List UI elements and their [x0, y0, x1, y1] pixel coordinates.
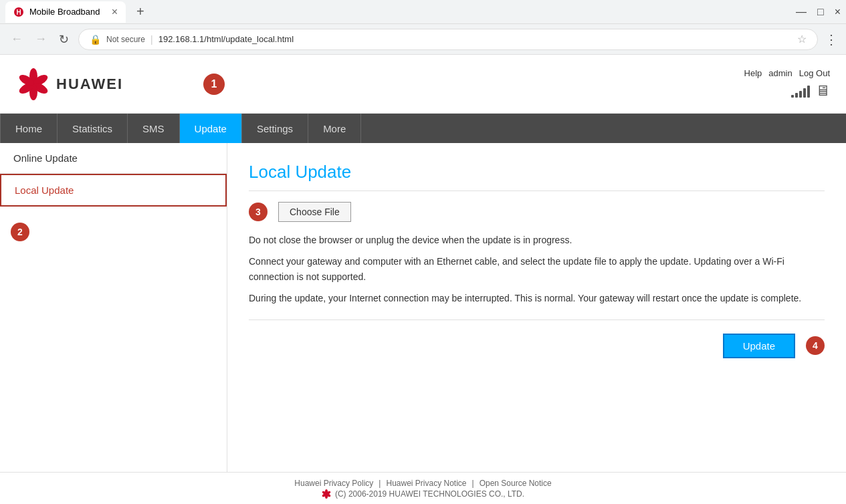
- browser-tab[interactable]: H Mobile Broadband ×: [5, 1, 126, 23]
- footer-sep-2: |: [472, 479, 474, 488]
- security-icon: 🔒: [90, 34, 101, 45]
- nav-item-settings[interactable]: Settings: [242, 114, 308, 143]
- huawei-logo: HUAWEI: [16, 67, 123, 102]
- url-text[interactable]: 192.168.1.1/html/update_local.html: [158, 34, 792, 44]
- update-row: Update 4: [249, 334, 825, 358]
- nav-item-statistics[interactable]: Statistics: [58, 114, 128, 143]
- browser-menu-button[interactable]: ⋮: [825, 31, 838, 47]
- new-tab-button[interactable]: +: [131, 4, 150, 19]
- update-button[interactable]: Update: [723, 334, 795, 358]
- sidebar-item-local-update[interactable]: Local Update: [0, 174, 227, 207]
- info-text-3: During the update, your Internet connect…: [249, 291, 825, 305]
- address-bar: ← → ↻ 🔒 Not secure | 192.168.1.1/html/up…: [0, 24, 846, 55]
- info-text-2: Connect your gateway and computer with a…: [249, 254, 825, 284]
- open-source-link[interactable]: Open Source Notice: [480, 479, 552, 488]
- huawei-brand-text: HUAWEI: [56, 76, 123, 93]
- signal-area: 🖥: [791, 82, 830, 100]
- tab-close-button[interactable]: ×: [112, 6, 118, 18]
- header-right: Help admin Log Out 🖥: [744, 68, 830, 100]
- close-button[interactable]: ×: [835, 6, 841, 18]
- forward-button[interactable]: →: [32, 29, 49, 49]
- app-header: HUAWEI 1 Help admin Log Out 🖥: [0, 55, 846, 114]
- choose-file-button[interactable]: Choose File: [278, 202, 351, 222]
- not-secure-label: Not secure: [106, 35, 145, 44]
- sidebar: Online Update Local Update 2: [0, 143, 227, 472]
- address-input-container[interactable]: 🔒 Not secure | 192.168.1.1/html/update_l…: [78, 29, 818, 50]
- nav-item-update[interactable]: Update: [180, 114, 242, 143]
- help-link[interactable]: Help: [744, 68, 762, 78]
- tab-favicon: H: [13, 7, 24, 17]
- footer-flower-icon: [322, 489, 331, 499]
- admin-link[interactable]: admin: [768, 68, 792, 78]
- minimize-button[interactable]: —: [796, 6, 807, 18]
- annotation-badge-4: 4: [806, 336, 825, 355]
- action-row: 3 Choose File: [249, 202, 825, 222]
- main-layout: Online Update Local Update 2 Local Updat…: [0, 143, 846, 472]
- privacy-policy-link[interactable]: Huawei Privacy Policy: [294, 479, 373, 488]
- nav-item-sms[interactable]: SMS: [128, 114, 180, 143]
- huawei-flower-icon: [16, 67, 51, 102]
- nav-item-home[interactable]: Home: [0, 114, 58, 143]
- signal-bars-icon: [791, 84, 810, 98]
- tab-title: Mobile Broadband: [29, 7, 100, 17]
- footer-copyright: (C) 2006-2019 HUAWEI TECHNOLOGIES CO., L…: [322, 489, 524, 499]
- maximize-button[interactable]: □: [817, 6, 824, 18]
- svg-text:H: H: [16, 9, 21, 16]
- reload-button[interactable]: ↻: [56, 29, 72, 49]
- footer: Huawei Privacy Policy | Huawei Privacy N…: [0, 472, 846, 504]
- content-area: Local Update 3 Choose File Do not close …: [227, 143, 846, 472]
- sidebar-online-update-label: Online Update: [13, 152, 78, 164]
- annotation-badge-2: 2: [11, 223, 29, 241]
- page-title: Local Update: [249, 162, 825, 191]
- annotation-badge-3: 3: [249, 203, 268, 221]
- header-links: Help admin Log Out: [744, 68, 830, 78]
- logout-link[interactable]: Log Out: [799, 68, 830, 78]
- sidebar-item-online-update[interactable]: Online Update: [0, 143, 227, 174]
- privacy-notice-link[interactable]: Huawei Privacy Notice: [386, 479, 466, 488]
- back-button[interactable]: ←: [8, 29, 25, 49]
- annotation-badge-1: 1: [203, 74, 225, 95]
- content-divider: [249, 320, 825, 320]
- navigation-bar: Home Statistics SMS Update Settings More: [0, 114, 846, 143]
- monitor-icon: 🖥: [815, 82, 830, 100]
- bookmark-icon[interactable]: ☆: [797, 33, 807, 45]
- browser-titlebar: H Mobile Broadband × + — □ ×: [0, 0, 846, 24]
- info-text-1: Do not close the browser or unplug the d…: [249, 233, 825, 247]
- nav-item-more[interactable]: More: [308, 114, 361, 143]
- address-separator: |: [150, 34, 153, 45]
- footer-sep-1: |: [379, 479, 381, 488]
- sidebar-local-update-label: Local Update: [15, 184, 74, 196]
- window-controls: — □ ×: [796, 6, 841, 18]
- footer-links: Huawei Privacy Policy | Huawei Privacy N…: [294, 479, 551, 488]
